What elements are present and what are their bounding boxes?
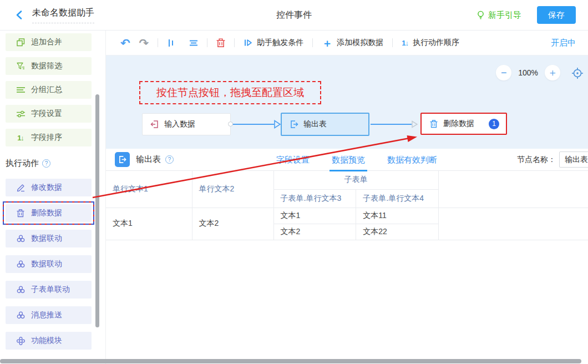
sidebar-item-label: 修改数据 (31, 183, 62, 193)
node-name-label: 节点名称： (517, 155, 556, 165)
zoom-level: 100% (518, 68, 538, 77)
table-cell: 文本1 (106, 208, 192, 240)
sidebar-item-group-summary[interactable]: 分组汇总 (6, 81, 92, 99)
section-title: 执行动作 (6, 158, 39, 169)
align-vertical-icon[interactable] (167, 39, 175, 47)
align-horizontal-icon[interactable] (189, 39, 198, 47)
linkage-icon (16, 285, 25, 294)
panel-header: 输出表 ? 字段设置 数据预览 数据有效判断 节点名称： (106, 149, 588, 171)
vertical-scrollbar[interactable] (95, 94, 99, 327)
node-name-group: 节点名称： (517, 151, 588, 168)
table-cell: 文本11 (356, 208, 439, 224)
linkage-icon (16, 311, 25, 320)
import-icon (150, 120, 159, 129)
save-button[interactable]: 保存 (537, 6, 576, 24)
table-cell-empty (439, 208, 588, 240)
sidebar-item-subform-linkage[interactable]: 子表单联动 (6, 281, 92, 299)
sidebar-item-label: 删除数据 (31, 208, 62, 218)
linkage-icon (16, 234, 25, 243)
table-cell: 文本22 (356, 224, 439, 240)
sidebar-item-message-push[interactable]: 消息推送 (6, 306, 92, 324)
guide-link[interactable]: 新手引导 (476, 10, 521, 21)
sidebar-item-data-linkage-2[interactable]: 数据联动 (6, 255, 92, 273)
sidebar-item-label: 数据联动 (31, 234, 62, 244)
trash-icon (429, 119, 438, 128)
tab-data-preview[interactable]: 数据预览 (332, 149, 365, 171)
node-input-data[interactable]: 输入数据 (142, 113, 231, 135)
data-preview-table: 单行文本1 单行文本2 子表单 子表单.单行文本3 子表单.单行文本4 文本1 … (106, 171, 588, 240)
node-label: 输入数据 (164, 119, 195, 129)
undo-icon[interactable]: ↶ (120, 37, 130, 49)
sidebar-item-field-settings[interactable]: 字段设置 (6, 105, 92, 123)
locate-center-icon[interactable] (571, 67, 584, 82)
canvas-toolbar: ↶ ↷ 助手触发条件 ＋ 添加模拟数据 1↓ 执行动作顺序 开启中 (106, 31, 588, 55)
sidebar: 追加合并 数据筛选 分组汇总 字段设置 1↓ 字段排序 执行动作 ? 修改数据 (0, 31, 105, 358)
flow-canvas[interactable]: − 100% ＋ 按住节点按钮，拖拽至配置区域 输入数据 输出表 删除数据 (106, 55, 588, 149)
tab-field-settings[interactable]: 字段设置 (276, 149, 310, 171)
config-panel: 输出表 ? 字段设置 数据预览 数据有效判断 节点名称： 单行文本1 单行文本2… (106, 149, 588, 240)
table-cell: 文本1 (273, 208, 356, 224)
column-header: 单行文本1 (106, 171, 192, 208)
sidebar-item-delete-data[interactable]: 删除数据 (6, 204, 92, 222)
bulb-icon (476, 11, 485, 19)
zoom-in-button[interactable]: ＋ (545, 65, 560, 80)
delete-node-icon[interactable] (216, 38, 225, 48)
sidebar-item-label: 分组汇总 (31, 85, 62, 95)
horizontal-scrollbar[interactable] (0, 359, 581, 363)
trash-icon (16, 209, 25, 218)
column-header: 子表单.单行文本4 (356, 189, 439, 208)
node-delete-data[interactable]: 删除数据 1 (420, 113, 507, 135)
sidebar-item-label: 字段排序 (31, 133, 62, 143)
filter-icon (16, 62, 25, 70)
export-icon (290, 120, 298, 129)
order-label: 执行动作顺序 (413, 38, 459, 48)
sidebar-item-function-module[interactable]: 功能模块 (6, 332, 92, 350)
main-area: ↶ ↷ 助手触发条件 ＋ 添加模拟数据 1↓ 执行动作顺序 开启中 (105, 31, 588, 364)
node-label: 输出表 (303, 119, 327, 129)
sidebar-item-label: 子表单联动 (31, 285, 70, 295)
divider (234, 38, 235, 47)
help-icon[interactable]: ? (42, 159, 50, 168)
add-mock-label: 添加模拟数据 (337, 38, 383, 48)
node-name-input[interactable] (559, 151, 588, 168)
sidebar-item-field-sort[interactable]: 1↓ 字段排序 (6, 129, 92, 146)
panel-title: 输出表 (136, 154, 161, 165)
table-cell: 文本2 (192, 208, 273, 240)
redo-icon[interactable]: ↷ (139, 37, 149, 49)
help-icon[interactable]: ? (165, 155, 174, 164)
divider (158, 38, 158, 47)
sliders-icon (16, 109, 25, 118)
zoom-controls: − 100% ＋ (496, 65, 560, 80)
sidebar-item-modify-data[interactable]: 修改数据 (6, 179, 92, 196)
add-mock-data-button[interactable]: ＋ 添加模拟数据 (322, 38, 383, 48)
sidebar-item-label: 消息推送 (31, 310, 62, 320)
column-header: 单行文本2 (192, 171, 273, 208)
tutorial-highlight-box: 删除数据 (6, 204, 92, 222)
trigger-condition-button[interactable]: 助手触发条件 (244, 38, 303, 48)
sidebar-item-data-linkage-1[interactable]: 数据联动 (6, 230, 92, 247)
trigger-label: 助手触发条件 (257, 38, 303, 48)
topbar: 未命名数据助手 控件事件 新手引导 保存 (0, 0, 588, 31)
node-output-port[interactable] (228, 122, 233, 127)
action-order-button[interactable]: 1↓ 执行动作顺序 (402, 38, 459, 48)
linkage-icon (16, 260, 25, 269)
sidebar-item-label: 追加合并 (31, 37, 62, 47)
status-toggle[interactable]: 开启中 (551, 38, 576, 48)
node-count-badge: 1 (489, 119, 499, 129)
zoom-out-button[interactable]: − (496, 65, 511, 80)
output-table-icon (115, 152, 130, 167)
column-header-empty (439, 171, 588, 208)
node-output-table[interactable]: 输出表 (281, 113, 369, 136)
tab-data-validity[interactable]: 数据有效判断 (387, 149, 437, 171)
panel-tabs: 字段设置 数据预览 数据有效判断 (276, 149, 437, 171)
module-icon (16, 336, 25, 345)
sidebar-item-label: 数据筛选 (31, 61, 62, 71)
sidebar-item-append-merge[interactable]: 追加合并 (6, 33, 92, 51)
order-icon: 1↓ (402, 39, 408, 47)
assistant-title[interactable]: 未命名数据助手 (32, 7, 94, 23)
table-row: 文本1 文本2 文本1 文本11 (106, 208, 588, 224)
back-icon[interactable] (13, 9, 26, 21)
section-execute-actions: 执行动作 ? (6, 158, 105, 169)
sidebar-item-data-filter[interactable]: 数据筛选 (6, 57, 92, 75)
sidebar-item-label: 字段设置 (31, 109, 62, 119)
